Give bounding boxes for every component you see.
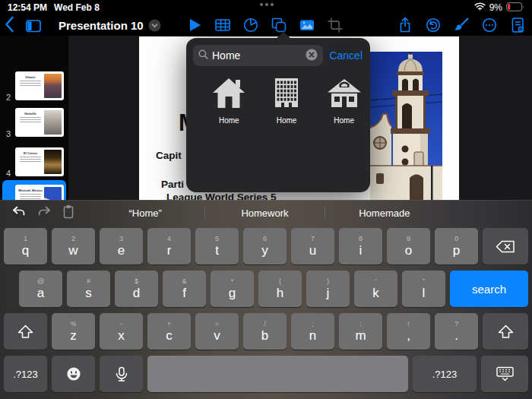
key-emoji[interactable] — [52, 356, 95, 392]
key-e[interactable]: 3e — [100, 228, 143, 264]
key-shift-left[interactable] — [4, 313, 47, 350]
key-l[interactable]: ”l — [402, 271, 445, 307]
key-d[interactable]: $d — [115, 271, 158, 307]
key-dismiss-keyboard[interactable] — [481, 356, 528, 392]
key-h[interactable]: (h — [258, 271, 302, 307]
key-period[interactable]: ?. — [435, 313, 478, 350]
shape-result-label: Home — [261, 116, 313, 125]
key-search[interactable]: search — [450, 271, 528, 307]
key-g[interactable]: *g — [211, 271, 254, 307]
key-sub-label: ( — [279, 277, 281, 286]
key-space[interactable] — [147, 356, 408, 392]
suggestion-3[interactable]: Homemade — [325, 201, 444, 226]
key-u[interactable]: 7u — [291, 228, 334, 264]
status-bar: 12:54 PM Wed Feb 8 9% — [0, 0, 532, 15]
key-sub-label: ; — [312, 319, 314, 328]
slide-navigator-button[interactable] — [25, 17, 42, 34]
shape-result-2[interactable]: Home — [261, 75, 313, 125]
key-y[interactable]: 6y — [243, 228, 287, 264]
key-comma[interactable]: !, — [387, 313, 430, 350]
wifi-icon — [474, 2, 486, 13]
chart-button[interactable] — [242, 17, 259, 33]
cottage-house-icon — [318, 75, 370, 113]
key-sub-label: 8 — [359, 234, 363, 243]
key-main-label: n — [309, 328, 316, 344]
key-sub-label: ” — [423, 277, 425, 286]
document-title[interactable]: Presentation 10 — [59, 19, 161, 32]
media-button[interactable] — [299, 17, 315, 33]
key-main-label: m — [355, 328, 366, 344]
clear-search-button[interactable] — [306, 49, 318, 63]
shape-result-3[interactable]: Home — [318, 75, 370, 125]
paste-icon[interactable] — [63, 204, 75, 222]
key-s[interactable]: #s — [67, 271, 110, 307]
thumb-text-line — [20, 85, 41, 87]
slide-number: 3 — [6, 129, 11, 138]
key-m[interactable]: :m — [339, 313, 382, 350]
key-main-label: b — [261, 328, 268, 344]
key-w[interactable]: 2w — [52, 228, 95, 264]
presenter-notes-button[interactable] — [509, 17, 526, 33]
key-r[interactable]: 4r — [147, 228, 191, 264]
key-main-label: g — [229, 286, 236, 301]
key-k[interactable]: ’k — [354, 271, 397, 307]
shape-search-input[interactable]: Home — [193, 45, 323, 66]
key-v[interactable]: =v — [195, 313, 239, 350]
shape-result-1[interactable]: Home — [203, 75, 255, 125]
shape-result-label: Home — [203, 116, 255, 125]
key-z[interactable]: %z — [52, 313, 95, 350]
redo-icon[interactable] — [37, 205, 52, 222]
undo-icon[interactable] — [11, 205, 26, 222]
suggestion-2[interactable]: Homework — [205, 201, 324, 226]
key-x[interactable]: -x — [100, 313, 143, 350]
thumb-text: Mexicali, Mexico — [17, 188, 44, 199]
key-sub-label: 2 — [71, 234, 75, 243]
thumb-title: Glamis — [17, 75, 44, 79]
church-photo[interactable] — [370, 52, 442, 200]
key-o[interactable]: 9o — [387, 228, 430, 264]
format-brush-button[interactable] — [453, 17, 470, 33]
key-p[interactable]: 0p — [435, 228, 478, 264]
suggestion-bar: “Home”HomeworkHomemade — [0, 201, 532, 226]
key-numbers-left[interactable]: .?123 — [4, 356, 47, 392]
slide-thumbnail-2[interactable]: 2Glamis — [0, 71, 68, 105]
key-a[interactable]: @a — [19, 271, 62, 307]
slide-thumb-preview: Holtville — [15, 108, 64, 137]
key-j[interactable]: )j — [306, 271, 350, 307]
key-t[interactable]: 5t — [195, 228, 239, 264]
table-button[interactable] — [214, 17, 231, 33]
slide-thumb-preview: El Centro — [15, 147, 64, 176]
undo-button[interactable] — [425, 17, 442, 33]
key-i[interactable]: 8i — [339, 228, 382, 264]
share-button[interactable] — [397, 17, 413, 33]
multitasking-indicator — [260, 3, 263, 6]
back-button[interactable] — [5, 16, 14, 36]
key-main-label: r — [167, 243, 172, 258]
apartment-building-icon — [261, 75, 313, 113]
key-numbers-right[interactable]: .?123 — [413, 356, 477, 392]
key-n[interactable]: ;n — [291, 313, 334, 350]
play-button[interactable] — [186, 17, 203, 33]
cancel-button[interactable]: Cancel — [329, 49, 363, 62]
thumb-text-line — [20, 81, 41, 82]
key-c[interactable]: +c — [147, 313, 191, 350]
slide-thumbnail-3[interactable]: 3Holtville — [0, 108, 68, 141]
search-value: Home — [212, 49, 302, 62]
key-shift-right[interactable] — [483, 313, 528, 350]
key-f[interactable]: &f — [163, 271, 206, 307]
key-dictation[interactable] — [100, 356, 143, 392]
thumb-text-line — [20, 194, 41, 195]
suggestion-1[interactable]: “Home” — [86, 201, 204, 226]
key-main-label: w — [68, 243, 78, 258]
slide-thumbnail-4[interactable]: 4El Centro — [0, 147, 68, 181]
key-main-label: i — [359, 243, 363, 258]
shapes-button[interactable] — [271, 17, 287, 33]
key-main-label: o — [405, 243, 412, 258]
more-button[interactable] — [481, 17, 498, 33]
slide-thumb-preview: Glamis — [15, 71, 64, 100]
key-q[interactable]: 1q — [4, 228, 47, 264]
key-main-label: u — [309, 243, 316, 258]
key-backspace[interactable] — [483, 228, 528, 264]
key-sub-label: + — [167, 319, 171, 328]
key-b[interactable]: /b — [243, 313, 287, 350]
